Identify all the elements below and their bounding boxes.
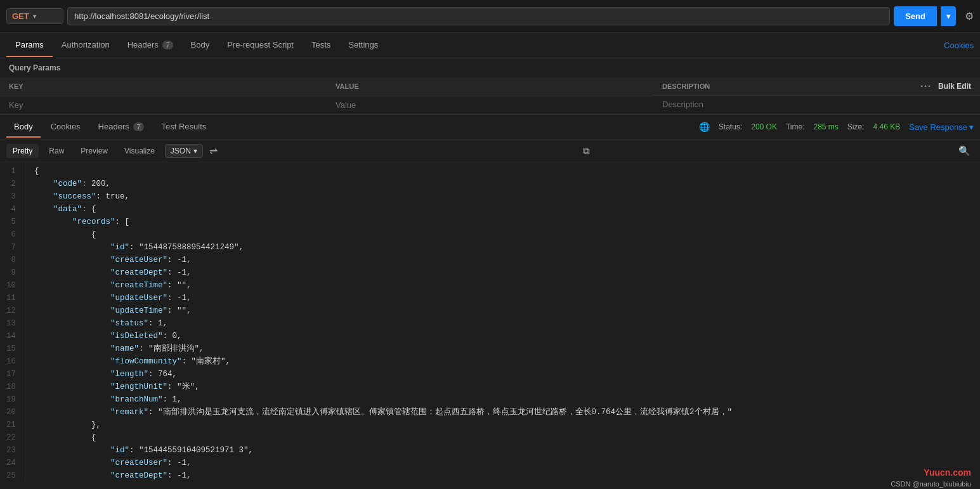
status-value: 200 OK [751, 122, 777, 131]
send-dropdown-button[interactable]: ▾ [941, 6, 956, 26]
description-column-header: DESCRIPTION ··· Bulk Edit [653, 77, 980, 96]
more-options-icon[interactable]: ··· [920, 81, 932, 91]
tab-tests[interactable]: Tests [303, 34, 339, 57]
format-chevron-icon: ▾ [193, 147, 197, 155]
tab-pre-request-script[interactable]: Pre-request Script [218, 34, 303, 57]
request-tab-bar: Params Authorization Headers 7 Body Pre-… [0, 33, 980, 58]
key-input[interactable] [9, 100, 318, 110]
resp-tab-test-results[interactable]: Test Results [154, 117, 214, 138]
format-preview-button[interactable]: Preview [74, 144, 114, 158]
globe-icon: 🌐 [699, 122, 710, 132]
response-tab-bar: Body Cookies Headers 7 Test Results 🌐 St… [0, 115, 980, 140]
save-response-chevron-icon: ▾ [969, 122, 974, 132]
watermark-csdn: CSDN @naruto_biubiubiu [891, 480, 971, 488]
format-raw-button[interactable]: Raw [42, 144, 70, 158]
description-input[interactable] [662, 100, 971, 109]
url-input[interactable] [67, 7, 890, 25]
format-bar: Pretty Raw Preview Visualize JSON ▾ ⇌ ⧉ … [0, 140, 980, 162]
resp-tab-cookies[interactable]: Cookies [43, 117, 88, 138]
tab-body[interactable]: Body [182, 34, 219, 57]
format-pretty-button[interactable]: Pretty [6, 144, 39, 158]
tab-params[interactable]: Params [6, 34, 53, 57]
settings-icon[interactable]: ⚙ [965, 10, 974, 22]
response-status-bar: 🌐 Status: 200 OK Time: 285 ms Size: 4.46… [699, 122, 974, 132]
param-row-empty [0, 96, 980, 114]
resp-tab-headers[interactable]: Headers 7 [91, 117, 152, 138]
method-selector[interactable]: GET ▾ [6, 8, 63, 24]
format-type-selector[interactable]: JSON ▾ [165, 144, 203, 158]
key-column-header: KEY [0, 77, 327, 96]
response-code-area: 1234567891011121314151617181920212223242… [0, 162, 980, 481]
watermark-brand: Yuucn.com [924, 467, 971, 478]
top-bar: GET ▾ Send ▾ ⚙ [0, 0, 980, 33]
cookies-link[interactable]: Cookies [944, 41, 974, 50]
bulk-edit-button[interactable]: Bulk Edit [938, 82, 971, 91]
response-size: 4.46 KB [873, 122, 901, 131]
resp-headers-badge: 7 [133, 122, 143, 131]
query-params-section: Query Params [0, 58, 980, 77]
resp-tab-body[interactable]: Body [6, 117, 41, 138]
save-response-button[interactable]: Save Response ▾ [909, 122, 974, 132]
value-column-header: VALUE [327, 77, 653, 96]
tab-headers[interactable]: Headers 7 [119, 34, 182, 57]
response-time: 285 ms [813, 122, 838, 131]
method-label: GET [12, 11, 29, 21]
send-button[interactable]: Send [894, 6, 937, 26]
copy-button[interactable]: ⧉ [580, 144, 593, 158]
headers-badge: 7 [162, 41, 173, 49]
method-chevron-icon: ▾ [33, 13, 36, 20]
code-content: { "code": 200, "success": true, "data": … [25, 162, 980, 481]
params-table: KEY VALUE DESCRIPTION ··· Bulk Edit [0, 77, 980, 114]
tab-settings[interactable]: Settings [339, 34, 387, 57]
format-visualize-button[interactable]: Visualize [118, 144, 161, 158]
line-numbers: 1234567891011121314151617181920212223242… [0, 162, 25, 481]
wrap-button[interactable]: ⇌ [209, 145, 218, 157]
response-section: Body Cookies Headers 7 Test Results 🌐 St… [0, 115, 980, 481]
value-input[interactable] [336, 100, 644, 110]
tab-authorization[interactable]: Authorization [53, 34, 119, 57]
search-button[interactable]: 🔍 [955, 144, 974, 158]
